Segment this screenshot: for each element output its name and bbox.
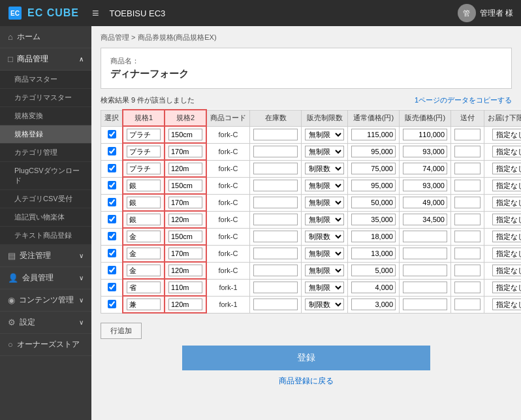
- kikaku1-input[interactable]: [127, 265, 161, 276]
- sale-price-input[interactable]: [403, 299, 447, 310]
- points-input[interactable]: [454, 129, 481, 140]
- row-checkbox[interactable]: [108, 249, 116, 257]
- sale-price-input[interactable]: [403, 282, 447, 293]
- display-order-select[interactable]: 指定なし: [492, 146, 522, 157]
- sidebar-item-category-manage[interactable]: カテゴリ管理: [0, 144, 91, 162]
- sale-price-input[interactable]: [403, 248, 447, 259]
- sidebar-item-plug-csv[interactable]: PlugCSVダウンロード: [0, 162, 91, 190]
- stock-input[interactable]: [253, 214, 298, 225]
- stock-input[interactable]: [253, 231, 298, 242]
- copy-data-link[interactable]: 1ページのデータをコピーする: [415, 95, 512, 105]
- display-order-select[interactable]: 指定なし: [492, 214, 522, 225]
- sidebar-item-format-conversion[interactable]: 規格変換: [0, 107, 91, 125]
- row-checkbox[interactable]: [108, 164, 116, 172]
- kikaku2-input[interactable]: [168, 282, 202, 293]
- sidebar-item-settings[interactable]: ⚙ 設定 ∨: [0, 312, 91, 334]
- normal-price-input[interactable]: [351, 146, 396, 157]
- kikaku2-input[interactable]: [168, 214, 202, 225]
- row-checkbox[interactable]: [108, 232, 116, 240]
- sale-price-input[interactable]: [403, 129, 447, 140]
- normal-price-input[interactable]: [351, 299, 396, 310]
- stock-limit-select[interactable]: 無制限制限数: [305, 129, 344, 140]
- kikaku1-input[interactable]: [127, 214, 161, 225]
- stock-limit-select[interactable]: 無制限制限数: [305, 180, 344, 191]
- sidebar-item-category-master[interactable]: カテゴリマスター: [0, 89, 91, 107]
- sidebar-item-product-master[interactable]: 商品マスター: [0, 71, 91, 89]
- sidebar-item-order[interactable]: ▤ 受注管理 ∨: [0, 245, 91, 267]
- save-button[interactable]: 登録: [182, 346, 430, 370]
- display-order-select[interactable]: 指定なし: [492, 197, 522, 208]
- kikaku2-input[interactable]: [168, 231, 202, 242]
- display-order-select[interactable]: 指定なし: [492, 231, 522, 242]
- stock-limit-select[interactable]: 無制限制限数: [305, 146, 344, 157]
- stock-input[interactable]: [253, 248, 298, 259]
- stock-limit-select[interactable]: 無制限制限数: [305, 214, 344, 225]
- points-input[interactable]: [454, 146, 481, 157]
- hamburger-icon[interactable]: ≡: [92, 7, 99, 20]
- points-input[interactable]: [454, 231, 481, 242]
- row-checkbox[interactable]: [108, 147, 116, 155]
- kikaku1-input[interactable]: [127, 231, 161, 242]
- normal-price-input[interactable]: [351, 197, 396, 208]
- kikaku2-input[interactable]: [168, 129, 202, 140]
- points-input[interactable]: [454, 197, 481, 208]
- sale-price-input[interactable]: [403, 146, 447, 157]
- sale-price-input[interactable]: [403, 265, 447, 276]
- kikaku2-input[interactable]: [168, 265, 202, 276]
- normal-price-input[interactable]: [351, 180, 396, 191]
- kikaku1-input[interactable]: [127, 248, 161, 259]
- kikaku2-input[interactable]: [168, 248, 202, 259]
- display-order-select[interactable]: 指定なし: [492, 282, 522, 293]
- kikaku2-input[interactable]: [168, 197, 202, 208]
- points-input[interactable]: [454, 163, 481, 174]
- row-checkbox[interactable]: [108, 300, 116, 308]
- sidebar-item-product[interactable]: □ 商品管理 ∧: [0, 48, 91, 71]
- points-input[interactable]: [454, 265, 481, 276]
- kikaku1-input[interactable]: [127, 197, 161, 208]
- sidebar-item-home[interactable]: ⌂ ホーム: [0, 26, 91, 48]
- stock-input[interactable]: [253, 163, 298, 174]
- row-checkbox[interactable]: [108, 266, 116, 274]
- points-input[interactable]: [454, 214, 481, 225]
- row-checkbox[interactable]: [108, 130, 116, 138]
- kikaku1-input[interactable]: [127, 129, 161, 140]
- stock-input[interactable]: [253, 299, 298, 310]
- row-checkbox[interactable]: [108, 283, 116, 291]
- stock-input[interactable]: [253, 129, 298, 140]
- stock-limit-select[interactable]: 無制限制限数: [305, 248, 344, 259]
- stock-input[interactable]: [253, 282, 298, 293]
- sidebar-item-content[interactable]: ◉ コンテンツ管理 ∨: [0, 289, 91, 312]
- display-order-select[interactable]: 指定なし: [492, 129, 522, 140]
- stock-input[interactable]: [253, 197, 298, 208]
- stock-limit-select[interactable]: 無制限制限数: [305, 299, 344, 310]
- sale-price-input[interactable]: [403, 214, 447, 225]
- points-input[interactable]: [454, 282, 481, 293]
- back-link[interactable]: 商品登録に戻る: [279, 376, 334, 385]
- stock-input[interactable]: [253, 180, 298, 191]
- stock-limit-select[interactable]: 無制限制限数: [305, 231, 344, 242]
- stock-limit-select[interactable]: 無制限制限数: [305, 197, 344, 208]
- row-checkbox[interactable]: [108, 181, 116, 189]
- display-order-select[interactable]: 指定なし: [492, 299, 522, 310]
- stock-input[interactable]: [253, 265, 298, 276]
- sale-price-input[interactable]: [403, 197, 447, 208]
- stock-input[interactable]: [253, 146, 298, 157]
- stock-limit-select[interactable]: 無制限制限数: [305, 282, 344, 293]
- normal-price-input[interactable]: [351, 129, 396, 140]
- sale-price-input[interactable]: [403, 231, 447, 242]
- sidebar-item-member[interactable]: 👤 会員管理 ∨: [0, 267, 91, 289]
- kikaku1-input[interactable]: [127, 146, 161, 157]
- kikaku2-input[interactable]: [168, 299, 202, 310]
- display-order-select[interactable]: 指定なし: [492, 265, 522, 276]
- display-order-select[interactable]: 指定なし: [492, 180, 522, 191]
- kikaku1-input[interactable]: [127, 180, 161, 191]
- normal-price-input[interactable]: [351, 265, 396, 276]
- sidebar-item-text-register[interactable]: テキスト商品登録: [0, 227, 91, 245]
- row-checkbox[interactable]: [108, 198, 116, 206]
- add-row-button[interactable]: 行追加: [101, 323, 142, 339]
- sidebar-item-shopping[interactable]: 追記買い物楽体: [0, 208, 91, 227]
- kikaku1-input[interactable]: [127, 299, 161, 310]
- kikaku1-input[interactable]: [127, 163, 161, 174]
- sale-price-input[interactable]: [403, 163, 447, 174]
- normal-price-input[interactable]: [351, 163, 396, 174]
